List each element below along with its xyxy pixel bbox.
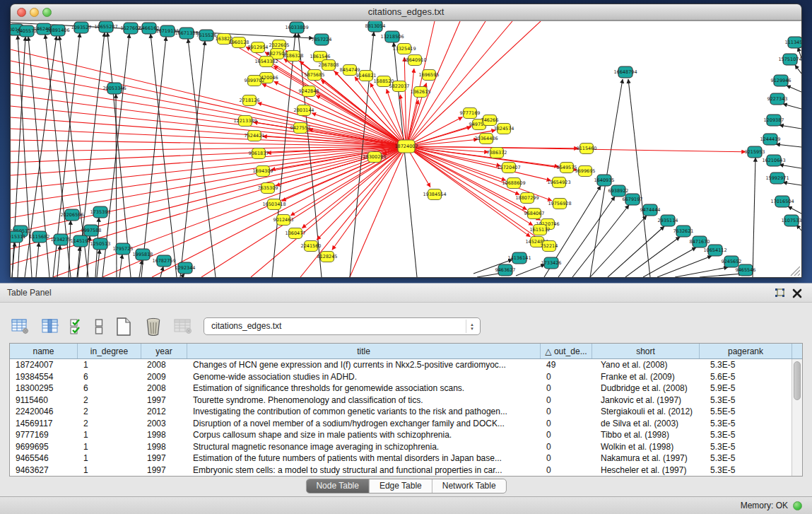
column-header-outde[interactable]: △ out_de... [541,344,592,358]
table-cell[interactable]: 0 [541,441,592,453]
column-header-title[interactable]: title [187,344,541,358]
table-cell[interactable]: 2003 [141,418,187,430]
table-cell[interactable]: Tourette syndrome. Phenomenology and cla… [187,395,541,407]
table-cell[interactable]: 2 [78,406,141,418]
table-cell[interactable]: 5.9E-5 [700,382,792,395]
table-cell[interactable]: 2 [78,418,141,430]
tab-network-table[interactable]: Network Table [433,479,506,493]
create-new-attribute-icon[interactable] [113,316,134,337]
table-cell[interactable]: 5.3E-5 [700,359,792,371]
table-settings-icon[interactable] [10,316,31,337]
table-cell[interactable]: Nakamura et al. (1997) [592,452,700,465]
tab-node-table[interactable]: Node Table [306,479,370,493]
table-cell[interactable]: 5.6E-5 [700,371,792,383]
column-header-name[interactable]: name [10,344,78,358]
table-cell[interactable]: 0 [541,465,592,477]
table-cell[interactable]: 18300295 [10,382,78,395]
table-cell[interactable]: 5.3E-5 [700,395,792,407]
table-cell[interactable]: Disruption of a novel member of a sodium… [187,418,541,430]
table-cell[interactable]: Tibbo et al. (1998) [592,429,700,441]
table-cell[interactable]: 0 [541,382,592,395]
table-cell[interactable]: 1997 [141,465,187,477]
table-cell[interactable]: 5.3E-5 [700,429,792,441]
table-cell[interactable]: Structural magnetic resonance image aver… [187,441,541,453]
table-cell[interactable]: 49 [541,359,592,371]
table-cell[interactable]: Stergiakouli et al. (2012) [592,406,700,418]
close-icon[interactable] [791,287,804,300]
table-cell[interactable]: 1 [78,441,141,453]
table-cell[interactable]: Genome-wide association studies in ADHD. [187,371,541,383]
column-header-short[interactable]: short [592,344,700,358]
table-row[interactable]: 911546021997Tourette syndrome. Phenomeno… [10,395,802,407]
table-cell[interactable]: 0 [541,371,592,383]
scrollbar-thumb[interactable] [794,361,801,400]
table-cell[interactable]: Estimation of significance thresholds fo… [187,382,541,395]
memory-ok-indicator-icon[interactable] [793,501,802,510]
vertical-scrollbar[interactable] [792,359,802,476]
column-header-year[interactable]: year [141,344,187,358]
table-cell[interactable]: Franke et al. (2009) [592,371,700,383]
table-cell[interactable]: Jankovic et al. (1997) [592,395,700,407]
table-cell[interactable]: Investigating the contribution of common… [187,406,541,418]
table-cell[interactable]: Hescheler et al. (1997) [592,465,700,477]
table-cell[interactable]: 1998 [141,441,187,453]
table-cell[interactable]: 6 [78,371,141,383]
table-cell[interactable]: 9699695 [10,441,78,453]
table-row[interactable]: 1872400712008Changes of HCN gene express… [10,359,802,371]
float-panel-icon[interactable] [774,287,787,300]
table-cell[interactable]: 6 [78,382,141,395]
tab-edge-table[interactable]: Edge Table [370,479,433,493]
column-header-indegree[interactable]: in_degree [78,344,141,358]
table-cell[interactable]: 9465546 [10,452,78,465]
table-cell[interactable]: 2008 [141,382,187,395]
table-cell[interactable]: 9463627 [10,465,78,477]
table-cell[interactable]: 0 [541,406,592,418]
table-cell[interactable]: 1 [78,359,141,371]
table-cell[interactable]: de Silva et al. (2003) [592,418,700,430]
table-cell[interactable]: 1 [78,429,141,441]
table-selector-dropdown[interactable]: citations_edges.txt ▲▼ [204,317,481,335]
table-cell[interactable]: 0 [541,395,592,407]
table-cell[interactable]: 1998 [141,429,187,441]
table-cell[interactable]: 0 [541,429,592,441]
table-cell[interactable]: Wolkin et al. (1998) [592,441,700,453]
table-cell[interactable]: 9777169 [10,429,78,441]
table-row[interactable]: 977716911998Corpus callosum shape and si… [10,429,802,441]
table-cell[interactable]: 1 [78,452,141,465]
table-cell[interactable]: 0 [541,418,592,430]
network-canvas[interactable]: 1872400716382289601288912954232260598275… [11,21,801,277]
table-cell[interactable]: Estimation of the future numbers of pati… [187,452,541,465]
table-cell[interactable]: 5.3E-5 [700,441,792,453]
table-cell[interactable]: 0 [541,452,592,465]
table-row[interactable]: 1830029562008Estimation of significance … [10,382,802,395]
table-cell[interactable]: 2008 [141,359,187,371]
citation-network-graph[interactable]: 1872400716382289601288912954232260598275… [11,21,801,277]
table-cell[interactable]: 5.5E-5 [700,406,792,418]
table-cell[interactable]: 2 [78,395,141,407]
window-titlebar[interactable]: citations_edges.txt [11,4,801,21]
table-cell[interactable]: 5.3E-5 [700,452,792,465]
table-cell[interactable]: 1997 [141,452,187,465]
table-cell[interactable]: 9115460 [10,395,78,407]
select-all-rows-icon[interactable] [69,316,85,337]
table-cell[interactable]: Corpus callosum shape and size in male p… [187,429,541,441]
table-row[interactable]: 1938455462009Genome-wide association stu… [10,371,802,383]
table-cell[interactable]: 2012 [141,406,187,418]
show-columns-icon[interactable] [40,316,61,337]
delete-attribute-icon[interactable] [143,316,164,337]
table-row[interactable]: 969969511998Structural magnetic resonanc… [10,441,802,453]
table-row[interactable]: 2242004622012Investigating the contribut… [10,406,802,418]
table-cell[interactable]: 5.3E-5 [700,418,792,430]
table-cell[interactable]: 18724007 [10,359,78,371]
column-header-pagerank[interactable]: pagerank [700,344,792,358]
table-cell[interactable]: 1 [78,465,141,477]
table-cell[interactable]: Dudbridge et al. (2008) [592,382,700,395]
resize-grip-icon[interactable] [791,267,800,276]
table-cell[interactable]: 1997 [141,395,187,407]
table-cell[interactable]: 22420046 [10,406,78,418]
table-cell[interactable]: 14569117 [10,418,78,430]
table-cell[interactable]: 2009 [141,371,187,383]
table-cell[interactable]: Yano et al. (2008) [592,359,700,371]
table-cell[interactable]: Embryonic stem cells: a model to study s… [187,465,541,477]
table-cell[interactable]: Changes of HCN gene expression and I(f) … [187,359,541,371]
